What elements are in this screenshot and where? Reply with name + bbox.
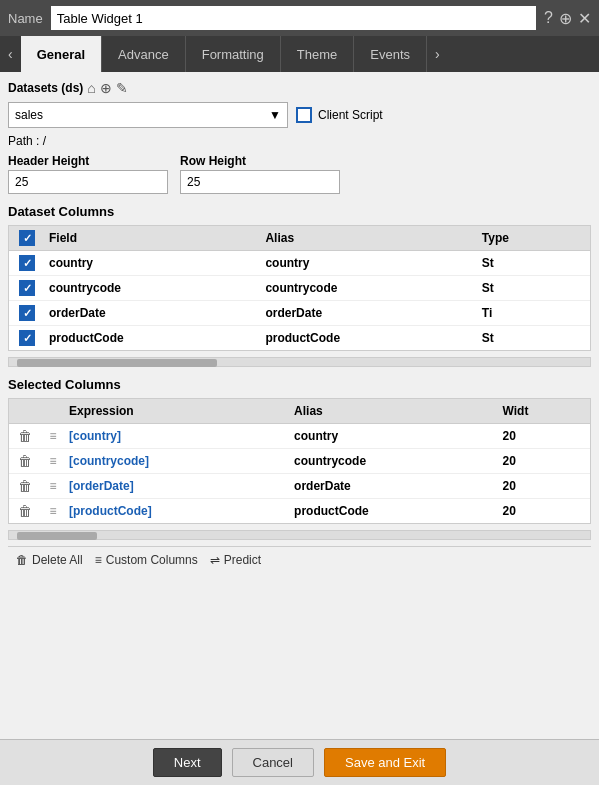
selected-row: 🗑 ≡ [countrycode] countrycode 20	[9, 449, 590, 474]
datasets-header: Datasets (ds) ⌂ ⊕ ✎	[8, 80, 591, 96]
sel-alias-3: productCode	[290, 500, 498, 522]
datasets-label: Datasets (ds)	[8, 81, 83, 95]
sel-alias-2: orderDate	[290, 475, 498, 497]
drag-handle-0[interactable]: ≡	[41, 425, 65, 447]
expr-2: [orderDate]	[65, 475, 290, 497]
delete-row-1-icon[interactable]: 🗑	[18, 453, 32, 469]
name-label: Name	[8, 11, 43, 26]
dataset-columns-scrollbar[interactable]	[8, 357, 591, 367]
delete-all-label: Delete All	[32, 553, 83, 567]
type-1: St	[478, 277, 590, 299]
alias-0: country	[261, 252, 477, 274]
path-row: Path : /	[8, 134, 591, 148]
predict-btn[interactable]: ⇌ Predict	[210, 553, 261, 567]
tab-prev-arrow[interactable]: ‹	[0, 36, 21, 72]
header-height-input[interactable]	[8, 170, 168, 194]
client-script-checkbox[interactable]	[296, 107, 312, 123]
row-checkbox-1[interactable]	[19, 280, 35, 296]
heights-row: Header Height Row Height	[8, 154, 591, 194]
field-1: countrycode	[45, 277, 261, 299]
delete-row-0-icon[interactable]: 🗑	[18, 428, 32, 444]
tab-next-arrow[interactable]: ›	[427, 36, 448, 72]
path-value: /	[43, 134, 46, 148]
widget-editor-window: Name ? ⊕ ✕ ‹ General Advance Formatting …	[0, 0, 599, 785]
datasets-row: sales ▼ Client Script	[8, 102, 591, 128]
drag-handle-1[interactable]: ≡	[41, 450, 65, 472]
dataset-columns-table: Field Alias Type country country St coun…	[8, 225, 591, 351]
field-0: country	[45, 252, 261, 274]
path-label: Path :	[8, 134, 39, 148]
table-row: productCode productCode St	[9, 326, 590, 350]
selected-row: 🗑 ≡ [orderDate] orderDate 20	[9, 474, 590, 499]
col-type-header: Type	[478, 226, 590, 250]
table-row: countrycode countrycode St	[9, 276, 590, 301]
dataset-columns-header: Field Alias Type	[9, 226, 590, 251]
table-row: orderDate orderDate Ti	[9, 301, 590, 326]
datasets-edit-icon[interactable]: ✎	[116, 80, 128, 96]
field-2: orderDate	[45, 302, 261, 324]
sel-alias-1: countrycode	[290, 450, 498, 472]
type-2: Ti	[478, 302, 590, 324]
delete-all-btn[interactable]: 🗑 Delete All	[16, 553, 83, 567]
tab-general[interactable]: General	[21, 36, 102, 72]
delete-row-3-icon[interactable]: 🗑	[18, 503, 32, 519]
row-height-input[interactable]	[180, 170, 340, 194]
datasets-home-icon[interactable]: ⌂	[87, 80, 95, 96]
sel-width-0: 20	[499, 425, 591, 447]
selected-columns-title: Selected Columns	[8, 377, 591, 392]
sel-width-header: Widt	[499, 399, 591, 423]
drag-handle-3[interactable]: ≡	[41, 500, 65, 522]
tab-advance[interactable]: Advance	[102, 36, 186, 72]
header-checkbox-cell	[9, 226, 45, 250]
custom-columns-btn[interactable]: ≡ Custom Columns	[95, 553, 198, 567]
table-row: country country St	[9, 251, 590, 276]
sel-width-3: 20	[499, 500, 591, 522]
custom-columns-label: Custom Columns	[106, 553, 198, 567]
title-bar: Name ? ⊕ ✕	[0, 0, 599, 36]
row-checkbox-3[interactable]	[19, 330, 35, 346]
sel-width-2: 20	[499, 475, 591, 497]
selected-columns-scrollbar[interactable]	[8, 530, 591, 540]
header-height-group: Header Height	[8, 154, 168, 194]
row-height-label: Row Height	[180, 154, 340, 168]
expr-1: [countrycode]	[65, 450, 290, 472]
bottom-toolbar: 🗑 Delete All ≡ Custom Columns ⇌ Predict	[8, 546, 591, 573]
move-icon[interactable]: ⊕	[559, 9, 572, 28]
close-icon[interactable]: ✕	[578, 9, 591, 28]
widget-name-input[interactable]	[51, 6, 536, 30]
expr-0: [country]	[65, 425, 290, 447]
dataset-columns-title: Dataset Columns	[8, 204, 591, 219]
content-area: Datasets (ds) ⌂ ⊕ ✎ sales ▼ Client Scrip…	[0, 72, 599, 739]
datasets-add-icon[interactable]: ⊕	[100, 80, 112, 96]
selected-columns-table: Expression Alias Widt 🗑 ≡ [country] coun…	[8, 398, 591, 524]
datasets-selected-value: sales	[15, 108, 43, 122]
tab-theme[interactable]: Theme	[281, 36, 354, 72]
drag-handle-2[interactable]: ≡	[41, 475, 65, 497]
header-height-label: Header Height	[8, 154, 168, 168]
tab-formatting[interactable]: Formatting	[186, 36, 281, 72]
client-script-row: Client Script	[296, 107, 383, 123]
alias-2: orderDate	[261, 302, 477, 324]
client-script-label: Client Script	[318, 108, 383, 122]
datasets-dropdown[interactable]: sales ▼	[8, 102, 288, 128]
selected-columns-header: Expression Alias Widt	[9, 399, 590, 424]
delete-all-icon: 🗑	[16, 553, 28, 567]
cancel-button[interactable]: Cancel	[232, 748, 314, 777]
footer: Next Cancel Save and Exit	[0, 739, 599, 785]
save-exit-button[interactable]: Save and Exit	[324, 748, 446, 777]
title-icons: ? ⊕ ✕	[544, 9, 591, 28]
help-icon[interactable]: ?	[544, 9, 553, 27]
sel-expr-header: Expression	[65, 399, 290, 423]
next-button[interactable]: Next	[153, 748, 222, 777]
sel-alias-0: country	[290, 425, 498, 447]
row-height-group: Row Height	[180, 154, 340, 194]
predict-icon: ⇌	[210, 553, 220, 567]
type-0: St	[478, 252, 590, 274]
sel-drag-header	[41, 399, 65, 423]
tab-events[interactable]: Events	[354, 36, 427, 72]
row-checkbox-0[interactable]	[19, 255, 35, 271]
row-checkbox-2[interactable]	[19, 305, 35, 321]
delete-row-2-icon[interactable]: 🗑	[18, 478, 32, 494]
header-all-checkbox[interactable]	[19, 230, 35, 246]
col-field-header: Field	[45, 226, 261, 250]
